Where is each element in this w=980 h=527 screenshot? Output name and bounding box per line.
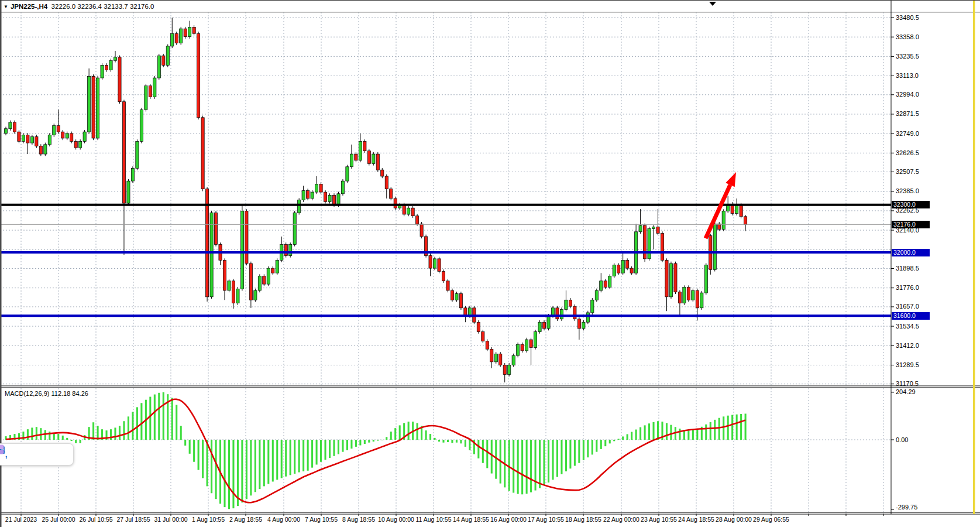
input-overlay-toolbar[interactable]: °, — [0, 443, 74, 466]
candlestick — [293, 213, 296, 244]
candlestick — [652, 227, 655, 229]
time-axis-label: 25 Jul 00:00 — [42, 516, 75, 523]
candlestick — [13, 122, 16, 132]
candlestick — [630, 268, 633, 273]
price-axis-label: 33235.5 — [896, 53, 919, 60]
candlestick — [192, 27, 195, 33]
microphone-icon[interactable] — [15, 449, 26, 460]
macd-signal-line — [6, 399, 745, 503]
candlestick — [683, 288, 686, 303]
price-badge-32176.0: 32176.0 — [892, 221, 930, 228]
time-axis-label: 23 Aug 10:55 — [641, 516, 677, 523]
time-axis-label: 10 Aug 00:00 — [378, 516, 414, 523]
candlestick — [223, 261, 226, 290]
candlestick — [407, 208, 410, 214]
shift-marker-icon[interactable] — [709, 2, 716, 6]
candlestick — [214, 213, 217, 244]
candlestick — [74, 141, 77, 148]
candlestick — [101, 65, 104, 78]
candlestick — [276, 261, 278, 273]
candlestick — [464, 308, 467, 316]
candlestick — [53, 125, 56, 135]
candlestick — [26, 135, 29, 143]
candlestick — [127, 181, 130, 203]
candlestick — [687, 288, 690, 300]
candlestick — [512, 355, 515, 365]
candlestick — [674, 264, 677, 292]
candlestick — [586, 313, 589, 322]
candlestick — [735, 205, 738, 214]
candlestick — [105, 65, 108, 70]
candlestick — [236, 289, 239, 303]
candlestick — [184, 29, 187, 37]
time-axis-label: 24 Aug 18:55 — [678, 516, 714, 523]
candlestick — [591, 300, 594, 313]
title-ohlc-values: 32226.0 32236.4 32133.7 32176.0 — [51, 3, 154, 10]
candlestick — [346, 167, 349, 181]
time-axis-label: 14 Aug 18:55 — [453, 516, 489, 523]
chart-canvas[interactable] — [0, 0, 980, 527]
candlestick — [385, 176, 388, 189]
price-badge-32300.0: 32300.0 — [892, 201, 930, 208]
price-axis-label: 33480.5 — [896, 15, 919, 21]
candlestick — [197, 33, 200, 118]
time-axis-label: 2 Aug 18:55 — [229, 516, 262, 523]
candlestick — [573, 306, 576, 319]
indicator-dropdown-icon[interactable]: ▼ — [4, 4, 8, 9]
candlestick — [70, 134, 73, 142]
candlestick — [367, 151, 370, 164]
color-grid-icon[interactable] — [63, 449, 73, 460]
candlestick — [44, 145, 47, 154]
candlestick — [446, 281, 449, 290]
candlestick — [171, 33, 174, 46]
candlestick — [271, 268, 274, 273]
macd-axis-label: 0.00 — [896, 437, 908, 443]
price-axis-label: 31898.5 — [896, 265, 919, 272]
candlestick — [529, 340, 532, 348]
candlestick — [595, 290, 598, 300]
candlestick — [188, 27, 191, 36]
candlestick — [551, 308, 554, 316]
time-axis-label: 1 Aug 10:55 — [192, 516, 225, 523]
candlestick — [416, 216, 419, 224]
tshirt-icon[interactable] — [47, 449, 57, 460]
candlestick — [704, 265, 707, 293]
time-axis-label: 17 Aug 10:55 — [528, 516, 564, 523]
candlestick — [319, 184, 322, 193]
candlestick — [722, 211, 725, 230]
chart-title: ▼JPN225-,H4 32226.0 32236.4 32133.7 3217… — [4, 3, 154, 10]
candlestick — [249, 264, 252, 300]
candlestick — [656, 227, 659, 234]
macd-params-label: MACD(12,26,9) — [5, 390, 49, 397]
candlestick — [621, 261, 624, 273]
time-axis-label: 29 Aug 06:55 — [753, 516, 789, 523]
candlestick — [420, 224, 423, 237]
annotation-arrow-head[interactable] — [725, 172, 736, 187]
candlestick — [482, 331, 484, 341]
price-axis-label: 31657.0 — [896, 303, 919, 310]
candlestick — [372, 154, 375, 163]
time-axis-label: 22 Aug 00:00 — [603, 516, 639, 523]
candlestick — [429, 255, 432, 268]
candlestick — [477, 322, 480, 331]
candlestick — [455, 293, 458, 300]
symbol-period-label: JPN225-,H4 — [11, 3, 47, 10]
candlestick — [438, 259, 441, 272]
candlestick — [517, 344, 520, 355]
candlestick — [302, 190, 305, 200]
price-axis-label: 32385.0 — [896, 188, 919, 194]
price-axis-label: 32507.5 — [896, 169, 919, 175]
candlestick — [643, 225, 646, 259]
candlestick — [254, 290, 257, 300]
candlestick — [118, 57, 121, 102]
candlestick — [403, 205, 405, 214]
time-axis-label: 4 Aug 00:00 — [267, 516, 300, 523]
candlestick — [538, 322, 541, 331]
candlestick — [665, 261, 668, 297]
candlestick — [35, 136, 38, 146]
candlestick — [324, 192, 326, 201]
candlestick — [145, 86, 147, 110]
keyboard-icon[interactable] — [31, 449, 42, 460]
macd-current-values: 112.18 84.26 — [51, 390, 88, 397]
trading-chart-window[interactable]: ▼JPN225-,H4 32226.0 32236.4 32133.7 3217… — [0, 0, 980, 527]
